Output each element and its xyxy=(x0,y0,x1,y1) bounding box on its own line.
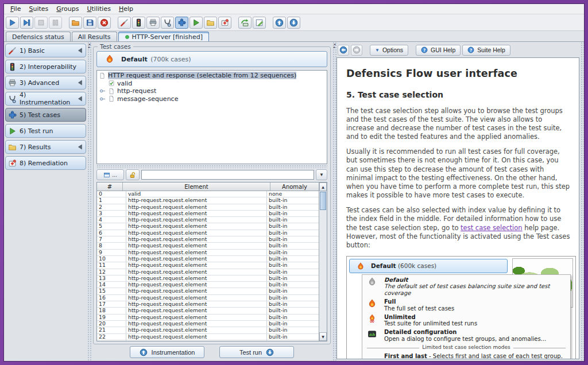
test-case-selection-link[interactable]: test case selection xyxy=(461,224,523,232)
table-row[interactable]: 5http-request.request.elementbuilt-in xyxy=(97,223,319,230)
toolbar-load-results-button[interactable] xyxy=(238,17,252,29)
toolbar-instrumentation-step-button[interactable] xyxy=(161,17,174,29)
table-row[interactable]: 10http-request.request.elementbuilt-in xyxy=(97,256,319,262)
wizard-sidebar: 1) Basic2) Interoperability3) Advanced4)… xyxy=(4,42,87,361)
toolbar-save-button[interactable] xyxy=(83,17,96,29)
toolbar-close-button[interactable] xyxy=(98,17,111,29)
toolbar-pause-button[interactable] xyxy=(49,17,62,29)
toolbar-remediation-step-button[interactable] xyxy=(218,17,231,29)
sidebar-splitter[interactable]: ◂▸ xyxy=(87,42,91,361)
sidebar-item-label: 8) Remediation xyxy=(20,160,68,167)
table-row[interactable]: 20http-request.request.elementbuilt-in xyxy=(97,321,319,327)
splitter-collapse-icons[interactable]: ◂▸ xyxy=(87,42,91,48)
sidebar-item-label: 3) Advanced xyxy=(20,79,59,87)
menu-item-groups[interactable]: Groups xyxy=(52,5,83,13)
help-paragraph: The test case selection step allows you … xyxy=(346,107,571,142)
filter-dropdown-button[interactable]: ▼ xyxy=(316,169,327,180)
index-filter-input[interactable] xyxy=(141,170,314,180)
column-select-button[interactable]: ... xyxy=(96,169,124,180)
popout-icon[interactable] xyxy=(76,95,83,102)
splitter-collapse-icons[interactable]: ◂▸ xyxy=(332,42,336,48)
table-row[interactable]: 8http-request.request.elementbuilt-in xyxy=(97,243,319,249)
table-row[interactable]: 18http-request.request.elementbuilt-in xyxy=(97,308,319,314)
table-row[interactable]: 12http-request.request.elementbuilt-in xyxy=(97,269,319,275)
tree-node[interactable]: HTTP request and response (selectable fr… xyxy=(99,72,325,80)
test-cases-default-button[interactable]: Default (700k cases) xyxy=(96,51,327,67)
tree-node[interactable]: valid xyxy=(99,80,325,88)
options-button[interactable]: ▼Options xyxy=(370,45,408,56)
toolbar-results-step-button[interactable] xyxy=(204,17,217,29)
popout-icon[interactable] xyxy=(76,47,83,54)
menu-item-file[interactable]: File xyxy=(6,5,25,13)
sidebar-item-advanced[interactable]: 3) Advanced xyxy=(5,76,86,90)
sidebar-item-test-run[interactable]: 6) Test run xyxy=(5,124,86,138)
sidebar-item-instrumentation[interactable]: 4) Instrumentation xyxy=(5,92,86,106)
help-splitter[interactable]: ◂▸ xyxy=(332,42,336,361)
sidebar-item-remediation[interactable]: 8) Remediation xyxy=(5,156,86,170)
column-header-element[interactable]: Element xyxy=(123,182,270,191)
help-back-button[interactable] xyxy=(338,45,349,56)
right-edge-splitter[interactable] xyxy=(581,42,584,361)
tree-node[interactable]: http-request xyxy=(99,87,325,95)
table-row[interactable]: 1http-request.request.elementbuilt-in xyxy=(97,197,319,204)
table-row[interactable]: 19http-request.request.elementbuilt-in xyxy=(97,314,319,321)
tree-node[interactable]: message-sequence xyxy=(99,95,325,103)
toolbar-edit-button[interactable] xyxy=(253,17,266,29)
table-row[interactable]: 6http-request.request.elementbuilt-in xyxy=(97,230,319,236)
table-row[interactable]: 11http-request.request.elementbuilt-in xyxy=(97,262,319,269)
sidebar-item-results[interactable]: 7) Results xyxy=(5,140,86,154)
table-row[interactable]: 16http-request.request.elementbuilt-in xyxy=(97,295,319,301)
toolbar-next-step-button[interactable] xyxy=(287,17,300,29)
table-row[interactable]: 4http-request.request.elementbuilt-in xyxy=(97,217,319,223)
toolbar-previous-step-button[interactable] xyxy=(273,17,286,29)
scroll-down-icon[interactable]: ▼ xyxy=(319,332,327,341)
table-row[interactable]: 15http-request.request.elementbuilt-in xyxy=(97,288,319,294)
expander-icon[interactable] xyxy=(99,88,106,94)
table-row[interactable]: 2http-request.request.elementbuilt-in xyxy=(97,204,319,211)
menu-item-suites[interactable]: Suites xyxy=(25,5,52,13)
table-row[interactable]: 13http-request.request.elementbuilt-in xyxy=(97,275,319,282)
sidebar-item-test-cases[interactable]: 5) Test cases xyxy=(5,108,86,122)
toolbar-run-button[interactable] xyxy=(6,17,19,29)
popout-icon[interactable] xyxy=(76,79,83,86)
menu-item-utilities[interactable]: Utilities xyxy=(83,5,114,13)
toolbar-run-single-button[interactable] xyxy=(20,17,33,29)
table-row[interactable]: 17http-request.request.elementbuilt-in xyxy=(97,301,319,308)
table-row[interactable]: 23http-request.request.elementbuilt-in xyxy=(97,340,319,341)
popout-icon[interactable] xyxy=(76,143,83,150)
table-row[interactable]: 14http-request.request.elementbuilt-in xyxy=(97,282,319,288)
table-scrollbar[interactable]: ▲ ▼ xyxy=(319,182,327,341)
scrollbar-thumb[interactable] xyxy=(320,192,326,210)
sidebar-item-basic[interactable]: 1) Basic xyxy=(5,44,86,57)
sidebar-item-interoperability[interactable]: 2) Interoperability xyxy=(5,60,86,73)
table-row[interactable]: 22http-request.request.elementbuilt-in xyxy=(97,334,319,340)
suite-help-button[interactable]: ?Suite Help xyxy=(462,45,510,56)
tree-table-splitter[interactable] xyxy=(96,165,327,168)
menu-item-help[interactable]: Help xyxy=(115,5,137,13)
tab-http-server-finished[interactable]: HTTP-Server [finished] xyxy=(118,32,209,41)
test-run-button[interactable]: Test run xyxy=(219,346,294,358)
toolbar-advanced-step-button[interactable] xyxy=(146,17,160,29)
chart-icon xyxy=(368,329,377,339)
table-row[interactable]: 7http-request.request.elementbuilt-in xyxy=(97,236,319,243)
tab-defensics-status[interactable]: Defensics status xyxy=(6,32,71,41)
toolbar-basic-step-button[interactable] xyxy=(118,17,131,29)
help-forward-button[interactable] xyxy=(351,45,362,56)
column-header-index[interactable]: # xyxy=(97,182,123,191)
table-row[interactable]: 3http-request.request.elementbuilt-in xyxy=(97,211,319,217)
tab-all-results[interactable]: All Results xyxy=(72,32,117,41)
expander-icon[interactable] xyxy=(99,96,106,102)
toolbar-stop-button[interactable] xyxy=(34,17,48,29)
toolbar-open-suite-button[interactable] xyxy=(69,17,82,29)
scroll-up-icon[interactable]: ▲ xyxy=(319,182,327,191)
lock-filter-button[interactable] xyxy=(126,169,140,180)
table-row[interactable]: 9http-request.request.elementbuilt-in xyxy=(97,250,319,256)
instrumentation-button[interactable]: Instrumentation xyxy=(130,346,204,358)
toolbar-interoperability-step-button[interactable] xyxy=(132,17,145,29)
table-row[interactable]: 0validnone xyxy=(97,191,319,197)
toolbar-test-run-step-button[interactable] xyxy=(189,17,203,29)
toolbar-test-cases-step-button[interactable] xyxy=(175,17,188,29)
gui-help-button[interactable]: ?GUI Help xyxy=(416,45,461,56)
column-header-anomaly[interactable]: Anomaly xyxy=(270,182,319,191)
table-row[interactable]: 21http-request.request.elementbuilt-in xyxy=(97,327,319,333)
